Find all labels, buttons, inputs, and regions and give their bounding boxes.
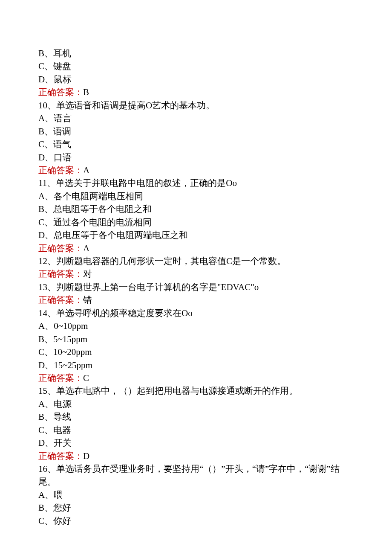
q9-option-d: D、鼠标 bbox=[38, 73, 354, 86]
q14-answer: 正确答案：C bbox=[38, 372, 354, 384]
q14-option-b: B、5~15ppm bbox=[38, 333, 354, 346]
q12-answer: 正确答案：对 bbox=[38, 267, 354, 280]
answer-label: 正确答案： bbox=[38, 165, 83, 175]
q15-option-b: B、导线 bbox=[38, 410, 354, 423]
q16-option-b: B、您好 bbox=[38, 501, 354, 514]
q11-option-b: B、总电阻等于各个电阻之和 bbox=[38, 203, 354, 215]
answer-label: 正确答案： bbox=[38, 269, 83, 279]
answer-value: C bbox=[83, 373, 89, 383]
q11-stem: 11、单选关于并联电路中电阻的叙述，正确的是Oo bbox=[38, 177, 354, 189]
q10-option-b: B、语调 bbox=[38, 125, 354, 138]
q13-answer: 正确答案：错 bbox=[38, 293, 354, 306]
q11-answer: 正确答案：A bbox=[38, 242, 354, 255]
document-body: B、耳机 C、键盘 D、鼠标 正确答案：B 10、单选语音和语调是提高O艺术的基… bbox=[38, 47, 354, 527]
q10-stem: 10、单选语音和语调是提高O艺术的基本功。 bbox=[38, 99, 354, 112]
q15-option-c: C、电器 bbox=[38, 424, 354, 436]
q16-option-a: A、喂 bbox=[38, 488, 354, 501]
q15-answer: 正确答案：D bbox=[38, 450, 354, 462]
q15-stem: 15、单选在电路中，（）起到把用电器与电源接通或断开的作用。 bbox=[38, 384, 354, 397]
q10-option-d: D、口语 bbox=[38, 151, 354, 164]
answer-label: 正确答案： bbox=[38, 243, 83, 253]
answer-label: 正确答案： bbox=[38, 295, 83, 305]
q11-option-a: A、各个电阻两端电压相同 bbox=[38, 190, 354, 203]
answer-value: B bbox=[83, 87, 89, 97]
q11-option-d: D、总电压等于各个电阻两端电压之和 bbox=[38, 229, 354, 241]
q9-option-b: B、耳机 bbox=[38, 47, 354, 60]
q10-option-a: A、语言 bbox=[38, 112, 354, 125]
q10-option-c: C、语气 bbox=[38, 138, 354, 151]
q9-answer: 正确答案：B bbox=[38, 86, 354, 99]
answer-label: 正确答案： bbox=[38, 451, 83, 461]
q16-stem: 16、单选话务员在受理业务时，要坚持用“（）”开头，“请”字在中，“谢谢”结尾。 bbox=[38, 462, 354, 488]
answer-label: 正确答案： bbox=[38, 373, 83, 383]
q13-stem: 13、判断题世界上第一台电子计算机的名字是"EDVAC"o bbox=[38, 281, 354, 293]
q14-stem: 14、单选寻呼机的频率稳定度要求在Oo bbox=[38, 307, 354, 320]
q14-option-d: D、15~25ppm bbox=[38, 359, 354, 372]
q9-option-c: C、键盘 bbox=[38, 60, 354, 73]
answer-value: 对 bbox=[83, 269, 92, 279]
answer-value: A bbox=[83, 165, 89, 175]
answer-value: 错 bbox=[83, 295, 92, 305]
q14-option-a: A、0~10ppm bbox=[38, 320, 354, 332]
q15-option-d: D、开关 bbox=[38, 436, 354, 449]
q10-answer: 正确答案：A bbox=[38, 164, 354, 177]
q15-option-a: A、电源 bbox=[38, 398, 354, 410]
q12-stem: 12、判断题电容器的几何形状一定时，其电容值C是一个常数。 bbox=[38, 255, 354, 267]
q14-option-c: C、10~20ppm bbox=[38, 346, 354, 358]
q11-option-c: C、通过各个电阻的电流相同 bbox=[38, 216, 354, 229]
answer-value: D bbox=[83, 451, 89, 461]
answer-value: A bbox=[83, 243, 89, 253]
answer-label: 正确答案： bbox=[38, 87, 83, 97]
q16-option-c: C、你好 bbox=[38, 514, 354, 527]
